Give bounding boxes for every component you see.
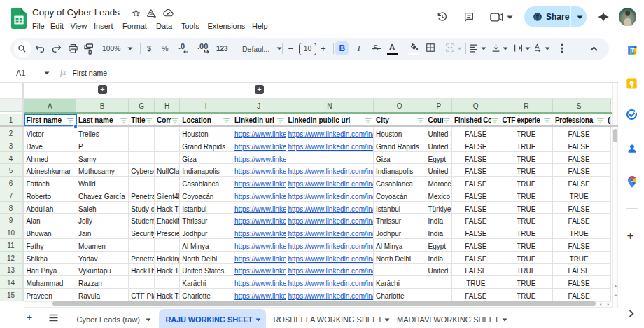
svg-text:31: 31 <box>630 48 634 53</box>
